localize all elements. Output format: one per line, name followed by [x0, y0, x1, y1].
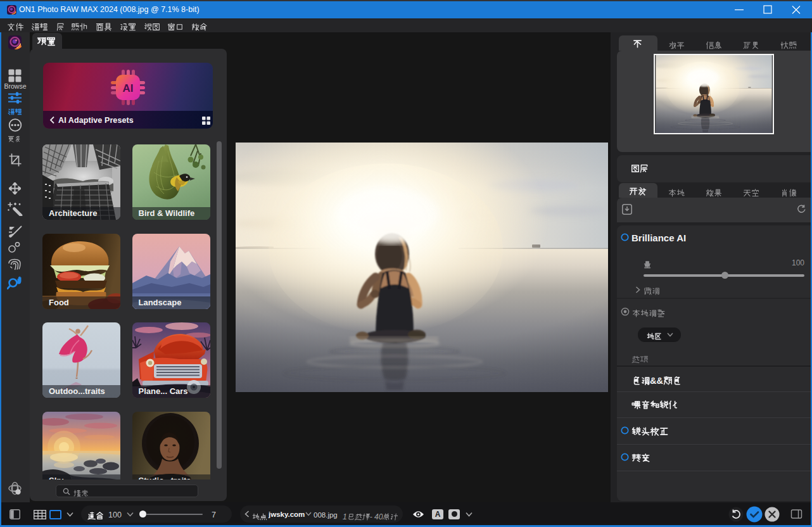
svg-text:AI: AI [123, 82, 134, 94]
